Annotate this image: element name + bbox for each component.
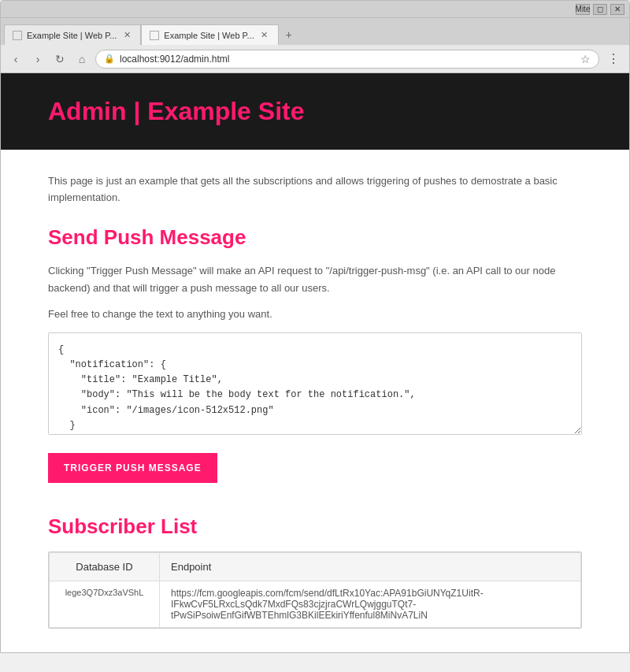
forward-button[interactable]: › [29,50,46,68]
title-bar: Mite ◻ ✕ [1,1,629,18]
page-content: Admin | Example Site This page is just a… [1,73,629,652]
close-button[interactable]: ✕ [610,4,624,15]
home-button[interactable]: ⌂ [73,50,91,68]
subscriber-table: Database ID Endpoint lege3Q7Dxz3aVShLhtt… [49,552,581,628]
tabs-bar: Example Site | Web P... ✕ Example Site |… [1,18,629,45]
browser-menu-button[interactable]: ⋮ [604,50,623,68]
send-push-description: Clicking "Trigger Push Message" will mak… [48,262,582,297]
tab-label-2: Example Site | Web P... [164,31,254,40]
send-push-note: Feel free to change the text to anything… [48,308,582,320]
cell-endpoint: https://fcm.googleapis.com/fcm/send/dfLt… [160,581,581,627]
site-header: Admin | Example Site [1,73,629,150]
site-title: Admin | Example Site [48,97,582,126]
title-bar-buttons: Mite ◻ ✕ [576,4,624,15]
push-message-textarea[interactable] [48,332,582,435]
address-bar[interactable]: 🔒 localhost:9012/admin.html ☆ [95,50,599,69]
tab-favicon-2 [150,31,159,40]
table-row: lege3Q7Dxz3aVShLhttps://fcm.googleapis.c… [50,581,581,627]
table-header-row: Database ID Endpoint [50,552,581,581]
cell-database-id: lege3Q7Dxz3aVShL [50,581,160,627]
col-header-database-id: Database ID [50,552,160,581]
tab-2[interactable]: Example Site | Web P... ✕ [141,24,278,45]
content-area: This page is just an example that gets a… [1,150,629,652]
browser-window: Mite ◻ ✕ Example Site | Web P... ✕ Examp… [0,0,630,653]
restore-button[interactable]: ◻ [593,4,607,15]
bookmark-icon[interactable]: ☆ [580,53,591,65]
tab-close-1[interactable]: ✕ [121,30,132,41]
subscriber-list-title: Subscriber List [48,514,582,539]
tab-close-2[interactable]: ✕ [259,30,270,41]
subscriber-section: Subscriber List Database ID Endpoint [48,514,582,629]
browser-chrome: Mite ◻ ✕ Example Site | Web P... ✕ Examp… [0,0,630,653]
tab-label-1: Example Site | Web P... [27,31,117,40]
tab-1[interactable]: Example Site | Web P... ✕ [4,24,141,45]
tab-favicon-1 [13,31,22,40]
minimize-button[interactable]: Mite [576,4,590,15]
trigger-push-button[interactable]: TRIGGER PUSH MESSAGE [48,453,217,483]
intro-text: This page is just an example that gets a… [48,173,582,206]
address-bar-row: ‹ › ↻ ⌂ 🔒 localhost:9012/admin.html ☆ ⋮ [1,45,629,73]
refresh-button[interactable]: ↻ [51,50,69,68]
address-lock-icon: 🔒 [104,54,115,64]
back-button[interactable]: ‹ [7,50,24,68]
new-tab-button[interactable]: + [279,24,299,45]
subscriber-table-wrapper: Database ID Endpoint lege3Q7Dxz3aVShLhtt… [48,551,582,629]
send-push-title: Send Push Message [48,225,582,250]
col-header-endpoint: Endpoint [160,552,581,581]
address-text: localhost:9012/admin.html [120,54,229,65]
